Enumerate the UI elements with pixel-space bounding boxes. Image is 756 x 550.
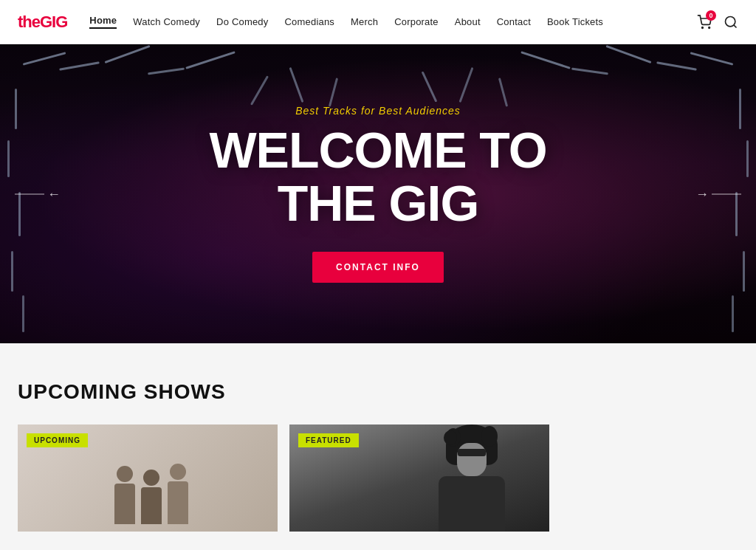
logo-prefix: the — [18, 13, 40, 31]
person-silhouette-1 — [114, 466, 135, 524]
nav-home[interactable]: Home — [89, 15, 117, 29]
svg-point-2 — [726, 16, 735, 26]
nav-contact[interactable]: Contact — [497, 16, 531, 27]
show-card-featured[interactable]: FEATURED — [289, 424, 549, 532]
arrow-right-icon: → — [695, 186, 709, 202]
search-icon — [724, 15, 738, 30]
site-logo[interactable]: theGIG — [18, 13, 67, 32]
nav-corporate[interactable]: Corporate — [394, 16, 439, 27]
person-silhouette-3 — [168, 464, 188, 524]
cart-badge: 0 — [706, 10, 716, 21]
silhouette-group — [25, 449, 278, 524]
shows-grid: UPCOMING F — [18, 424, 549, 532]
arrow-left-line — [15, 193, 44, 194]
nav-book-tickets[interactable]: Book Tickets — [547, 16, 603, 27]
arrow-right-line — [712, 193, 741, 194]
svg-point-1 — [709, 27, 710, 28]
hero-subtitle: Best Tracks for Best Audiences — [295, 105, 461, 117]
hero-cta-button[interactable]: CONTACT INFO — [312, 252, 444, 283]
hero-section: Best Tracks for Best Audiences WELCOME T… — [0, 44, 756, 343]
hero-prev-button[interactable]: ← — [15, 186, 61, 202]
header-icons: 0 — [697, 15, 738, 30]
search-button[interactable] — [724, 15, 738, 30]
nav-do-comedy[interactable]: Do Comedy — [216, 16, 268, 27]
hero-title: WELCOME TO THE GIG — [209, 124, 546, 230]
upcoming-shows-section: UPCOMING SHOWS UPCOMING — [0, 343, 756, 550]
svg-line-3 — [734, 24, 737, 27]
show-card-upcoming[interactable]: UPCOMING — [18, 424, 278, 532]
logo-name: GIG — [40, 13, 67, 31]
main-nav: Home Watch Comedy Do Comedy Comedians Me… — [67, 15, 697, 29]
nav-merch[interactable]: Merch — [351, 16, 378, 27]
hero-title-line2: THE GIG — [278, 175, 479, 231]
person-silhouette-2 — [141, 470, 162, 524]
arrow-left-icon: ← — [47, 186, 61, 202]
featured-person — [424, 424, 520, 532]
svg-point-0 — [702, 27, 704, 28]
cart-button[interactable]: 0 — [697, 15, 712, 30]
site-header: theGIG Home Watch Comedy Do Comedy Comed… — [0, 0, 756, 44]
nav-about[interactable]: About — [455, 16, 481, 27]
nav-comedians[interactable]: Comedians — [284, 16, 334, 27]
upcoming-badge: UPCOMING — [27, 433, 88, 447]
featured-badge: FEATURED — [298, 433, 359, 447]
hero-content: Best Tracks for Best Audiences WELCOME T… — [0, 44, 756, 343]
upcoming-shows-title: UPCOMING SHOWS — [18, 380, 738, 404]
hero-title-line1: WELCOME TO — [209, 122, 546, 178]
nav-watch-comedy[interactable]: Watch Comedy — [133, 16, 200, 27]
hero-next-button[interactable]: → — [695, 186, 741, 202]
